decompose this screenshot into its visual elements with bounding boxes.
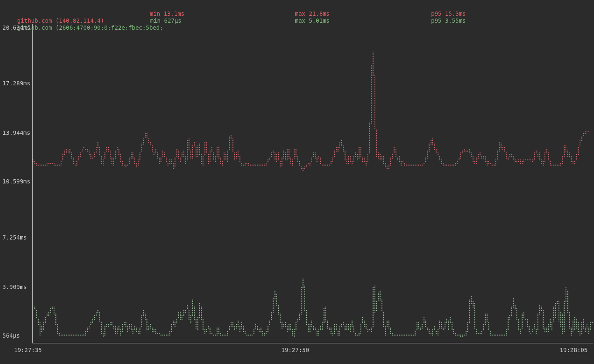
p95-stat: p95 3.55ms	[431, 17, 466, 24]
max-stat: max 21.8ms	[295, 10, 330, 17]
y-axis-tick-label: 10.599ms	[2, 178, 30, 185]
y-axis-tick-label: 3.909ms	[2, 284, 27, 291]
y-axis-tick-label: 564µs	[2, 332, 20, 339]
y-axis-tick-label: 13.944ms	[2, 129, 30, 136]
min-stat: min 13.1ms	[150, 10, 184, 17]
y-axis-tick-label: 7.254ms	[2, 234, 27, 241]
latency-plot-canvas	[0, 0, 594, 364]
y-axis-tick-label: 20.634ms	[2, 24, 30, 31]
p95-stat: p95 15.3ms	[431, 10, 466, 17]
max-stat: max 5.01ms	[295, 17, 330, 24]
min-stat: min 627µs	[150, 17, 182, 24]
x-axis-tick-label: 19:28:05	[560, 347, 587, 354]
x-axis-line	[32, 343, 593, 343]
x-axis-tick-label: 19:27:50	[281, 347, 309, 354]
gping-terminal-screen: { "header": { "series_rows": [ { "host":…	[0, 0, 594, 364]
y-axis-tick-label: 17.289ms	[2, 80, 30, 87]
x-axis-tick-label: 19:27:35	[14, 347, 42, 354]
host-label: gitlab.com (2606:4700:90:0:f22e:fbec:5be…	[17, 24, 164, 31]
y-axis-line	[32, 24, 33, 343]
